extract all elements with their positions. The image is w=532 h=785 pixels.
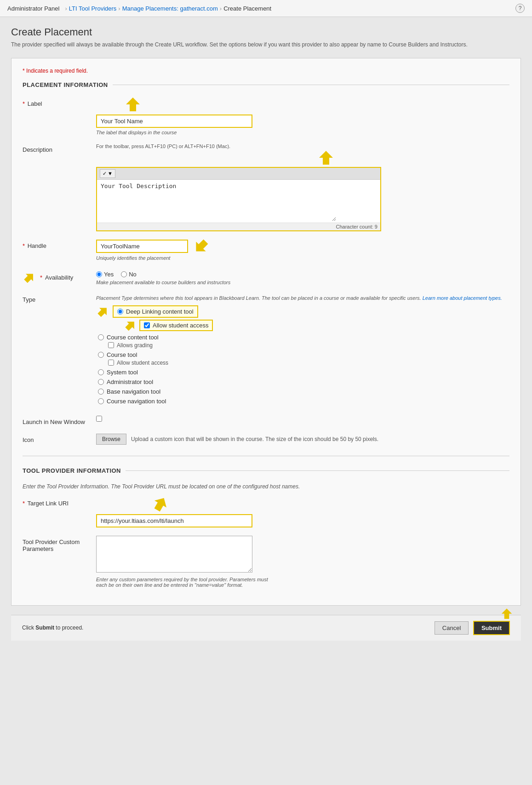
description-editor: ✓ ▼ Your Tool Description Character coun… xyxy=(96,167,381,231)
availability-no-radio[interactable] xyxy=(121,271,127,277)
arrow-description xyxy=(317,151,335,165)
lti-providers-link[interactable]: LTI Tool Providers xyxy=(69,5,117,12)
deep-linking-option[interactable]: Deep Linking content tool xyxy=(113,305,198,318)
admin-tool-radio[interactable] xyxy=(98,379,104,385)
system-tool-option[interactable]: System tool xyxy=(98,369,509,376)
allows-grading-label: Allows grading xyxy=(117,342,153,349)
handle-field-label: * Handle xyxy=(23,240,96,249)
bottom-actions: Cancel Submit xyxy=(435,621,510,635)
icon-field-content: Browse Upload a custom icon that will be… xyxy=(96,434,509,445)
course-nav-label: Course navigation tool xyxy=(107,398,166,405)
section-divider-line xyxy=(113,85,509,85)
course-content-radio[interactable] xyxy=(98,334,104,340)
arrow-label xyxy=(124,97,142,111)
handle-row: * Handle Uniquely identifies the placeme… xyxy=(23,240,509,261)
type-course-nav: Course navigation tool xyxy=(98,398,509,405)
type-row: Type Placement Type determines where thi… xyxy=(23,293,509,407)
launch-new-window-row: Launch in New Window xyxy=(23,416,509,425)
nav-sep-2: › xyxy=(116,5,122,12)
svg-marker-6 xyxy=(151,494,170,513)
help-button[interactable]: ? xyxy=(515,4,525,13)
availability-no-label: No xyxy=(129,271,137,278)
custom-params-content: Enter any custom parameters required by … xyxy=(96,536,509,588)
deep-linking-radio[interactable] xyxy=(117,309,123,315)
label-required-star: * xyxy=(23,100,25,107)
form-card: * Indicates a required field. PLACEMENT … xyxy=(11,58,521,606)
char-count: Character count: 9 xyxy=(97,223,380,230)
course-tool-radio[interactable] xyxy=(98,352,104,358)
create-placement-crumb: Create Placement xyxy=(223,5,275,12)
course-nav-radio[interactable] xyxy=(98,398,104,404)
svg-marker-2 xyxy=(191,237,211,256)
type-admin-tool: Administrator tool xyxy=(98,378,509,385)
target-uri-row: * Target Link URI xyxy=(23,497,509,527)
nav-sep-1: › xyxy=(63,5,69,12)
icon-browse-button[interactable]: Browse xyxy=(96,434,126,445)
arrow-allow-student xyxy=(122,316,140,334)
toolbar-format-btn[interactable]: ✓ ▼ xyxy=(100,169,115,178)
availability-yes-option[interactable]: Yes xyxy=(96,271,114,278)
custom-params-textarea[interactable] xyxy=(96,536,252,573)
placement-info-header: PLACEMENT INFORMATION xyxy=(23,81,509,88)
availability-hint: Make placement available to course build… xyxy=(96,280,509,285)
allows-grading-checkbox[interactable] xyxy=(108,342,114,348)
admin-panel-link[interactable]: Administrator Panel xyxy=(7,5,63,12)
course-tool-option[interactable]: Course tool xyxy=(98,351,509,358)
cancel-button[interactable]: Cancel xyxy=(435,621,469,635)
type-course-tool: Course tool Allow student access xyxy=(98,351,509,366)
type-field-label: Type xyxy=(23,293,96,303)
description-field-content: For the toolbar, press ALT+F10 (PC) or A… xyxy=(96,143,509,231)
page-container: Create Placement The provider specified … xyxy=(0,17,532,650)
icon-hint: Upload a custom icon that will be shown … xyxy=(131,436,378,442)
target-uri-input[interactable] xyxy=(96,514,252,527)
base-nav-label: Base navigation tool xyxy=(107,388,160,395)
availability-yes-label: Yes xyxy=(104,271,114,278)
required-note: * Indicates a required field. xyxy=(23,68,509,74)
label-field-content: The label that displays in the course xyxy=(96,97,509,135)
allow-student-access-checkbox[interactable] xyxy=(144,322,150,328)
launch-new-window-label: Launch in New Window xyxy=(23,416,96,425)
svg-marker-5 xyxy=(123,318,138,332)
top-navigation: Administrator Panel › LTI Tool Providers… xyxy=(0,0,532,17)
course-tool-student-label: Allow student access xyxy=(117,360,168,366)
handle-required-star: * xyxy=(23,242,25,249)
availability-yes-radio[interactable] xyxy=(96,271,102,277)
allow-student-access-option[interactable]: Allow student access xyxy=(139,320,213,331)
icon-row: Icon Browse Upload a custom icon that wi… xyxy=(23,434,509,445)
svg-marker-4 xyxy=(96,304,110,319)
target-uri-label: * Target Link URI xyxy=(23,497,96,507)
course-nav-option[interactable]: Course navigation tool xyxy=(98,398,509,405)
provider-intro: Enter the Tool Provider Information. The… xyxy=(23,483,509,490)
availability-row: * Availability Yes No Make placement ava… xyxy=(23,269,509,285)
label-field-label: * Label xyxy=(23,97,96,107)
type-deep-linking: Deep Linking content tool Allow student … xyxy=(96,305,509,331)
availability-field-label: * Availability xyxy=(23,269,96,283)
placement-types-link[interactable]: Learn more about placement types. xyxy=(423,295,502,301)
placement-section-title: PLACEMENT INFORMATION xyxy=(23,81,113,88)
base-nav-option[interactable]: Base navigation tool xyxy=(98,388,509,395)
handle-input[interactable] xyxy=(96,240,188,253)
manage-placements-link[interactable]: Manage Placements: gatheract.com xyxy=(122,5,218,12)
system-tool-radio[interactable] xyxy=(98,369,104,375)
description-textarea[interactable]: Your Tool Description xyxy=(97,180,336,221)
base-nav-radio[interactable] xyxy=(98,389,104,395)
nav-sep-3: › xyxy=(218,5,223,12)
submit-button[interactable]: Submit xyxy=(473,621,510,635)
target-uri-required-star: * xyxy=(23,500,25,507)
admin-tool-option[interactable]: Administrator tool xyxy=(98,378,509,385)
arrow-availability xyxy=(21,269,39,286)
svg-marker-3 xyxy=(22,270,37,285)
label-row: * Label The label that displays in the c… xyxy=(23,97,509,135)
course-content-option[interactable]: Course content tool xyxy=(98,334,509,341)
course-tool-student-checkbox[interactable] xyxy=(108,360,114,366)
course-tool-label: Course tool xyxy=(107,351,137,358)
launch-new-window-checkbox[interactable] xyxy=(96,416,102,422)
editor-toolbar: ✓ ▼ xyxy=(97,168,380,180)
allow-student-access-label: Allow student access xyxy=(153,322,208,329)
availability-no-option[interactable]: No xyxy=(121,271,137,278)
availability-radio-group: Yes No xyxy=(96,269,509,278)
label-input[interactable] xyxy=(96,115,252,128)
provider-section-title: TOOL PROVIDER INFORMATION xyxy=(23,467,126,474)
page-subtitle: The provider specified will always be av… xyxy=(11,41,521,49)
launch-new-window-checkbox-row xyxy=(96,416,509,422)
